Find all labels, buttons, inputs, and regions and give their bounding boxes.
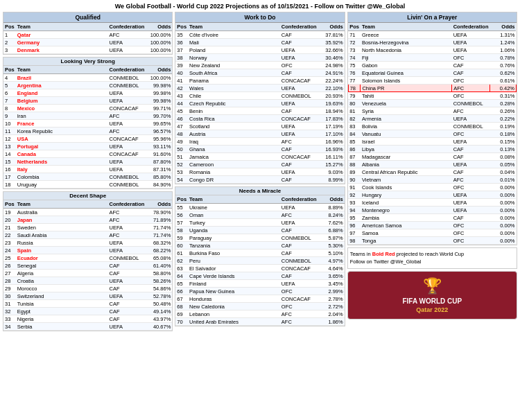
table-row-team: Tonga (361, 237, 452, 245)
table-row-team: American Samoa (361, 222, 452, 229)
table-row-team: Burkina Faso (188, 250, 280, 257)
needs-miracle-table: Pos Team Confederation Odds 55UkraineUEF… (175, 195, 344, 326)
table-row-conf: AFC (452, 176, 490, 184)
table-row-team: Costa Rica (188, 115, 280, 123)
table-row-pos: 20 (3, 216, 16, 224)
table-row-odds: 9.03% (318, 168, 345, 176)
table-row-conf: UEFA (280, 168, 318, 176)
table-row-conf: UEFA (280, 204, 318, 211)
table-row-odds: 100.00% (146, 46, 172, 54)
table-row-team: Mexico (16, 105, 108, 112)
table-row-pos: 89 (348, 168, 361, 176)
table-row-team: Venezuela (361, 100, 452, 107)
table-row-team: Gabon (361, 62, 452, 69)
table-row-pos: 49 (175, 138, 188, 146)
table-row-odds: 99.98% (146, 89, 172, 97)
table-row-conf: UEFA (452, 46, 490, 54)
table-row-conf: CONMEBOL (280, 257, 318, 265)
table-row-odds: 0.00% (489, 214, 516, 222)
table-row-pos: 48 (175, 130, 188, 138)
table-row-team: Zambia (361, 214, 452, 222)
fifa-logo-box: 🏆 FIFA WORLD CUP Qatar 2022 (347, 271, 517, 320)
table-row-conf: CAF (107, 262, 146, 270)
table-row-odds: 2.99% (318, 288, 345, 295)
table-row-team: Sweden (16, 224, 108, 231)
table-row-pos: 38 (175, 54, 188, 62)
table-row-team: North Macedonia (361, 46, 452, 54)
table-row-pos: 66 (175, 288, 188, 295)
table-row-team: Ukraine (188, 204, 280, 211)
table-row-pos: 74 (348, 54, 361, 62)
table-row-conf: OFC (452, 77, 490, 85)
table-row-pos: 80 (348, 100, 361, 107)
table-row-odds: 0.05% (489, 161, 516, 168)
table-row-conf: AFC (107, 231, 146, 239)
table-row-pos: 25 (3, 254, 16, 262)
table-row-conf: CAF (280, 272, 318, 280)
table-row-team: Algeria (16, 270, 108, 277)
table-row-odds: 87.80% (146, 158, 172, 166)
table-row-odds: 5.30% (318, 242, 345, 250)
ls-th-pos: Pos (3, 66, 16, 74)
table-row-team: Armenia (361, 115, 452, 123)
table-row-pos: 5 (3, 82, 16, 89)
table-row-odds: 0.78% (489, 54, 516, 62)
table-row-conf: OFC (280, 303, 318, 310)
table-row-team: Benin (188, 107, 280, 115)
table-row-conf: CONCACAF (107, 150, 146, 158)
ds-th-pos: Pos (3, 200, 16, 209)
table-row-pos: 17 (3, 173, 16, 181)
table-row-pos: 22 (3, 231, 16, 239)
table-row-conf: CAF (452, 168, 490, 176)
table-row-pos: 40 (175, 69, 188, 77)
table-row-odds: 54.86% (146, 285, 172, 292)
table-row-team: Bolivia (361, 123, 452, 130)
table-row-team: Switzerland (16, 292, 108, 300)
table-row-team: Hungary (361, 191, 452, 199)
table-row-pos: 85 (348, 138, 361, 146)
table-row-team: Portugal (16, 143, 108, 150)
table-row-pos: 87 (348, 153, 361, 161)
table-row-conf: AFC (280, 211, 318, 219)
table-row-odds: 78.90% (146, 209, 172, 216)
table-row-conf: UEFA (452, 161, 490, 168)
table-row-team: Poland (188, 46, 280, 54)
qualified-th-conf: Confederation (107, 23, 146, 31)
table-row-pos: 71 (348, 31, 361, 39)
right-column: Livin' On a Prayer Pos Team Confederatio… (347, 12, 517, 331)
needs-miracle-section: Needs a Miracle Pos Team Confederation O… (175, 186, 345, 326)
table-row-pos: 76 (348, 69, 361, 77)
table-row-team: Uruguay (16, 181, 108, 189)
qualified-th-odds: Odds (146, 23, 172, 31)
table-row-odds: 0.00% (489, 207, 516, 214)
table-row-conf: OFC (452, 54, 490, 62)
table-row-conf: CAF (280, 227, 318, 234)
table-row-team: Ghana (188, 146, 280, 153)
table-row-pos: 57 (175, 219, 188, 227)
table-row-pos: 75 (348, 62, 361, 69)
table-row-conf: OFC (452, 130, 490, 138)
table-row-conf: UEFA (107, 46, 146, 54)
table-row-team: Equatorial Guinea (361, 69, 452, 77)
fifa-logo-sub: Qatar 2022 (416, 306, 448, 313)
table-row-conf: AFC (107, 216, 146, 224)
table-row-team: Romania (188, 168, 280, 176)
table-row-team: Panama (188, 77, 280, 85)
table-row-team: Belgium (16, 97, 108, 105)
table-row-team: New Caledonia (188, 303, 280, 310)
table-row-pos: 68 (175, 303, 188, 310)
table-row-team: South Africa (188, 69, 280, 77)
table-row-team: Oman (188, 211, 280, 219)
table-row-conf: CONMEBOL (452, 123, 490, 130)
table-row-odds: 16.11% (318, 153, 345, 161)
table-row-conf: CONMEBOL (107, 181, 146, 189)
table-row-conf: CAF (280, 69, 318, 77)
table-row-odds: 24.98% (318, 62, 345, 69)
nm-th-odds: Odds (318, 195, 345, 204)
table-row-odds: 0.00% (489, 237, 516, 245)
table-row-pos: 61 (175, 250, 188, 257)
looking-strong-table: Pos Team Confederation Odds 4BrazilCONME… (3, 66, 172, 189)
table-row-pos: 24 (3, 247, 16, 254)
table-row-conf: CONMEBOL (280, 234, 318, 242)
table-row-conf: UEFA (452, 199, 490, 207)
